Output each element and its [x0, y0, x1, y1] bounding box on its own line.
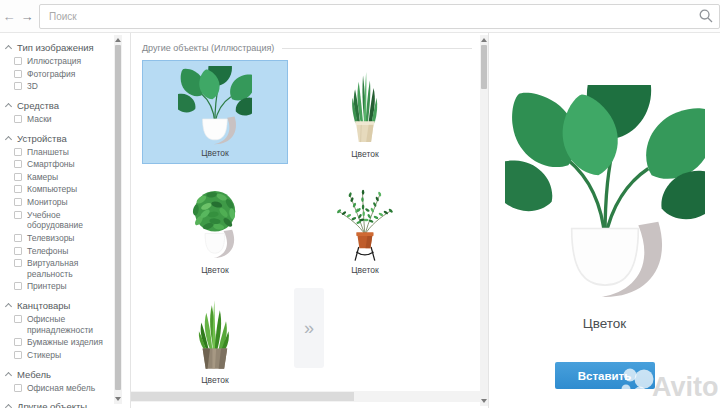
card-label: Цветок: [201, 375, 228, 385]
checkbox[interactable]: [14, 173, 22, 181]
checkbox[interactable]: [14, 351, 22, 359]
results-scrollbar[interactable]: [480, 35, 488, 406]
checkbox[interactable]: [14, 82, 22, 90]
checkbox[interactable]: [14, 315, 22, 323]
preview-title: Цветок: [583, 316, 627, 331]
filter-option[interactable]: Виртуальная реальность: [14, 258, 110, 279]
filter-option[interactable]: Мониторы: [14, 197, 110, 208]
chevron-up-icon: [5, 45, 12, 52]
section-title: Другие объекты (Иллюстрация): [142, 43, 274, 53]
section-rule: [282, 48, 472, 49]
card-label: Цветок: [351, 149, 378, 159]
scroll-up-icon[interactable]: [481, 38, 487, 42]
checkbox[interactable]: [14, 185, 22, 193]
filter-option[interactable]: Компьютеры: [14, 184, 110, 195]
sidebar-section-stationery[interactable]: Канцтовары: [5, 300, 130, 311]
chevron-up-icon: [5, 103, 12, 110]
sidebar-scrollbar[interactable]: [114, 35, 122, 404]
checkbox[interactable]: [14, 148, 22, 156]
checkbox[interactable]: [14, 234, 22, 242]
card-label: Цветок: [201, 265, 228, 275]
image-card[interactable]: Цветок: [292, 176, 438, 280]
checkbox[interactable]: [14, 259, 22, 267]
filter-option[interactable]: Телевизоры: [14, 233, 110, 244]
checkbox[interactable]: [14, 198, 22, 206]
card-label: Цветок: [351, 265, 378, 275]
results-panel: Другие объекты (Иллюстрация) Цветок Цвет…: [130, 33, 488, 408]
checkbox[interactable]: [14, 384, 22, 392]
card-label: Цветок: [201, 148, 228, 158]
monstera-plant-image: [178, 66, 252, 146]
scrollbar-thumb[interactable]: [131, 392, 354, 401]
scroll-down-icon[interactable]: [481, 399, 487, 403]
snake-plant-image: [328, 67, 402, 147]
checkbox[interactable]: [14, 282, 22, 290]
zz-plant-image: [328, 183, 402, 263]
scroll-up-icon[interactable]: [115, 38, 121, 42]
stock-image-picker-window: ← → Тип изображения Иллюстрация Фотограф…: [0, 0, 720, 408]
filter-option[interactable]: Стикеры: [14, 350, 110, 361]
image-card[interactable]: Цветок: [142, 176, 288, 280]
scrollbar-thumb[interactable]: [481, 45, 487, 89]
scroll-down-icon[interactable]: [115, 397, 121, 401]
filter-option[interactable]: Бумажные изделия: [14, 337, 110, 348]
filter-option[interactable]: Офисные принадлежности: [14, 314, 110, 335]
show-more-button[interactable]: »: [294, 288, 324, 368]
checkbox[interactable]: [14, 115, 22, 123]
filter-option[interactable]: 3D: [14, 81, 110, 92]
image-card[interactable]: Цветок: [142, 286, 288, 390]
checkbox[interactable]: [14, 338, 22, 346]
filter-option[interactable]: Планшеты: [14, 147, 110, 158]
checkbox[interactable]: [14, 247, 22, 255]
back-arrow-icon[interactable]: ←: [0, 9, 18, 24]
sidebar-section-other-objects[interactable]: Другие объекты: [5, 401, 130, 408]
results-horizontal-scrollbar[interactable]: [131, 391, 480, 402]
filter-option[interactable]: Камеры: [14, 172, 110, 183]
forward-arrow-icon[interactable]: →: [18, 9, 36, 24]
chevron-up-icon: [5, 135, 12, 142]
filter-option[interactable]: Принтеры: [14, 281, 110, 292]
avito-watermark-text: Avito: [652, 372, 718, 402]
image-card-selected[interactable]: Цветок: [142, 60, 288, 164]
chevron-up-icon: [5, 371, 12, 378]
checkbox[interactable]: [14, 70, 22, 78]
results-section-header: Другие объекты (Иллюстрация): [142, 43, 472, 53]
search-icon[interactable]: [699, 9, 713, 23]
checkbox[interactable]: [14, 160, 22, 168]
filter-option[interactable]: Учебное оборудование: [14, 210, 110, 231]
chevron-up-icon: [5, 404, 12, 408]
filter-option[interactable]: Иллюстрация: [14, 56, 110, 67]
aloe-plant-image: [178, 293, 252, 373]
checkbox[interactable]: [14, 57, 22, 65]
filter-sidebar: Тип изображения Иллюстрация Фотография 3…: [0, 33, 130, 408]
double-chevron-right-icon: »: [304, 318, 314, 339]
sidebar-section-image-type[interactable]: Тип изображения: [5, 42, 130, 53]
filter-option[interactable]: Телефоны: [14, 246, 110, 257]
sidebar-section-furniture[interactable]: Мебель: [5, 369, 130, 380]
insert-button[interactable]: Вставить: [555, 362, 655, 389]
filter-option[interactable]: Маски: [14, 114, 110, 125]
filter-option[interactable]: Офисная мебель: [14, 383, 110, 394]
scrollbar-thumb[interactable]: [115, 45, 121, 390]
bush-plant-image: [178, 183, 252, 263]
filter-option[interactable]: Смартфоны: [14, 159, 110, 170]
monstera-plant-preview-image: [505, 85, 705, 302]
image-card[interactable]: Цветок: [292, 60, 438, 164]
sidebar-section-media[interactable]: Средства: [5, 100, 130, 111]
chevron-up-icon: [5, 303, 12, 310]
filter-option[interactable]: Фотография: [14, 69, 110, 80]
search-input[interactable]: [39, 4, 720, 29]
preview-panel: Цветок Вставить Avito: [488, 33, 720, 408]
sidebar-section-devices[interactable]: Устройства: [5, 133, 130, 144]
top-bar: ← →: [0, 0, 720, 33]
checkbox[interactable]: [14, 211, 22, 219]
